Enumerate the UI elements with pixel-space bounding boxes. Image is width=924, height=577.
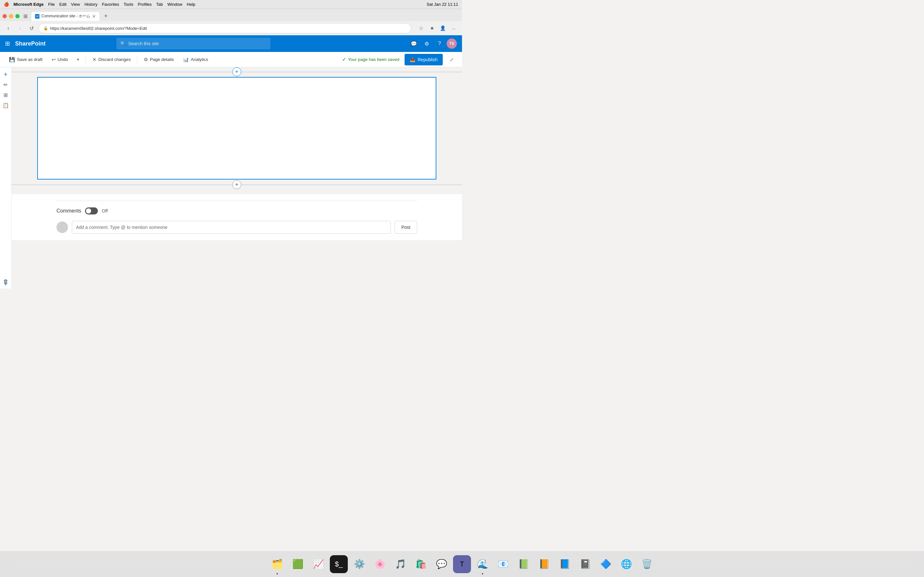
page-left-sidebar: + ✏ ⊞ 📋 🗑 + bbox=[0, 67, 11, 288]
tab-close-button[interactable]: ✕ bbox=[92, 14, 96, 19]
sharepoint-logo[interactable]: SharePoint bbox=[15, 40, 45, 47]
page-section-inner bbox=[38, 77, 436, 174]
undo-label: Undo bbox=[58, 57, 68, 62]
traffic-lights bbox=[3, 14, 19, 18]
analytics-button[interactable]: 📊 Analytics bbox=[179, 55, 212, 64]
browser-address-bar: ‹ › ↺ 🔒 https://karamem0test02.sharepoin… bbox=[0, 21, 462, 35]
search-icon: 🔍 bbox=[120, 41, 126, 46]
expand-button[interactable]: ⤢ bbox=[447, 55, 457, 65]
add-section-bottom-button[interactable]: + bbox=[232, 180, 241, 189]
tools-menu[interactable]: Tools bbox=[124, 2, 133, 7]
app-name-menu[interactable]: Microsoft Edge bbox=[13, 2, 44, 7]
save-draft-icon: 💾 bbox=[9, 57, 15, 63]
sidebar-pages-icon[interactable]: 📋 bbox=[1, 101, 10, 110]
apple-menu[interactable]: 🍎 bbox=[4, 2, 9, 7]
favorites-icon[interactable]: ☆ bbox=[417, 24, 425, 33]
discard-icon: ✕ bbox=[92, 57, 97, 63]
analytics-label: Analytics bbox=[191, 57, 208, 62]
tab-title: Communication site - ホーム bbox=[41, 13, 90, 19]
profile-icon[interactable]: 👤 bbox=[438, 24, 447, 33]
discard-label: Discard changes bbox=[99, 57, 131, 62]
toolbar-separator-2 bbox=[137, 56, 137, 63]
republish-label: Republish bbox=[418, 57, 438, 62]
saved-message: Your page has been saved bbox=[348, 57, 399, 62]
search-bar[interactable]: 🔍 Search this site bbox=[116, 38, 270, 49]
comment-placeholder: Add a comment. Type @ to mention someone bbox=[76, 225, 168, 230]
maximize-traffic-light[interactable] bbox=[15, 14, 19, 18]
discard-changes-button[interactable]: ✕ Discard changes bbox=[89, 55, 135, 64]
comments-header: Comments Off bbox=[57, 207, 417, 214]
waffle-icon[interactable]: ⊞ bbox=[5, 40, 10, 47]
edit-menu[interactable]: Edit bbox=[59, 2, 66, 7]
comments-divider bbox=[57, 201, 417, 201]
toolbar-separator-1 bbox=[86, 56, 86, 63]
minimize-traffic-light[interactable] bbox=[9, 14, 13, 18]
refresh-button[interactable]: ↺ bbox=[27, 24, 36, 33]
settings-icon[interactable]: ⚙ bbox=[421, 38, 433, 49]
comments-title: Comments bbox=[57, 208, 81, 214]
page-section-wrapper bbox=[11, 77, 462, 179]
browser-tab-bar: ⊞ SP Communication site - ホーム ✕ + bbox=[0, 9, 462, 21]
page-details-icon: ⚙ bbox=[144, 57, 148, 63]
more-options-icon[interactable]: ··· bbox=[449, 24, 458, 33]
comment-input-row: Add a comment. Type @ to mention someone… bbox=[57, 221, 417, 234]
help-menu[interactable]: Help bbox=[187, 2, 195, 7]
comments-off-label: Off bbox=[102, 208, 107, 213]
sidebar-sections-icon[interactable]: ⊞ bbox=[1, 90, 10, 99]
favorites-menu[interactable]: Favorites bbox=[102, 2, 119, 7]
sharepoint-header: ⊞ SharePoint 🔍 Search this site 💬 ⚙ ? TS bbox=[0, 35, 462, 52]
window-menu[interactable]: Window bbox=[168, 2, 182, 7]
search-placeholder: Search this site bbox=[128, 41, 159, 46]
collections-icon[interactable]: ★ bbox=[427, 24, 436, 33]
profiles-menu[interactable]: Profiles bbox=[138, 2, 152, 7]
help-icon[interactable]: ? bbox=[434, 38, 445, 49]
undo-dropdown-button[interactable]: ▾ bbox=[73, 55, 83, 64]
page-details-label: Page details bbox=[150, 57, 174, 62]
republish-icon: 📤 bbox=[410, 57, 415, 62]
close-traffic-light[interactable] bbox=[3, 14, 7, 18]
page-section[interactable] bbox=[37, 77, 436, 179]
mac-menubar: 🍎 Microsoft Edge File Edit View History … bbox=[0, 0, 462, 9]
save-draft-label: Save as draft bbox=[17, 57, 43, 62]
comments-section: Comments Off Add a comment. Type @ to me… bbox=[11, 194, 462, 240]
menubar-time: Sat Jan 22 11:11 bbox=[427, 2, 458, 7]
add-section-top-button[interactable]: + bbox=[232, 67, 241, 76]
lock-icon: 🔒 bbox=[43, 26, 48, 31]
toggle-thumb bbox=[86, 208, 91, 213]
sidebar-edit-icon[interactable]: ✏ bbox=[1, 80, 10, 89]
active-browser-tab[interactable]: SP Communication site - ホーム ✕ bbox=[31, 11, 100, 21]
history-menu[interactable]: History bbox=[84, 2, 97, 7]
save-draft-button[interactable]: 💾 Save as draft bbox=[5, 55, 47, 64]
comment-input-field[interactable]: Add a comment. Type @ to mention someone bbox=[72, 221, 391, 234]
page-toolbar: 💾 Save as draft ↩ Undo ▾ ✕ Discard chang… bbox=[0, 52, 462, 67]
sidebar-bottom-add-button[interactable]: + bbox=[1, 279, 10, 288]
check-icon: ✓ bbox=[342, 56, 346, 63]
back-button[interactable]: ‹ bbox=[4, 24, 13, 33]
tab-favicon: SP bbox=[35, 14, 39, 19]
comment-user-avatar bbox=[57, 221, 68, 233]
comment-post-button[interactable]: Post bbox=[395, 221, 417, 234]
comments-toggle[interactable] bbox=[85, 207, 98, 214]
forward-button[interactable]: › bbox=[15, 24, 24, 33]
new-tab-button[interactable]: + bbox=[102, 11, 110, 21]
url-text: https://karamem0test02.sharepoint.com/?M… bbox=[50, 26, 147, 31]
republish-button[interactable]: 📤 Republish bbox=[405, 54, 443, 65]
notifications-icon[interactable]: 💬 bbox=[408, 38, 420, 49]
main-content-area: + ✏ ⊞ 📋 🗑 + + + bbox=[0, 67, 462, 288]
apps-grid-icon[interactable]: ⊞ bbox=[23, 13, 27, 19]
page-details-button[interactable]: ⚙ Page details bbox=[140, 55, 178, 64]
sidebar-add-button[interactable]: + bbox=[1, 70, 10, 79]
undo-icon: ↩ bbox=[52, 57, 56, 63]
undo-button[interactable]: ↩ Undo bbox=[48, 55, 72, 64]
header-icons: 💬 ⚙ ? TS bbox=[408, 38, 457, 49]
analytics-icon: 📊 bbox=[183, 57, 189, 63]
view-menu[interactable]: View bbox=[71, 2, 80, 7]
user-avatar[interactable]: TS bbox=[447, 39, 457, 49]
saved-indicator: ✓ Your page has been saved bbox=[342, 56, 399, 63]
add-section-bottom[interactable]: + bbox=[11, 180, 462, 189]
address-bar-icons: ☆ ★ 👤 ··· bbox=[417, 24, 458, 33]
tab-menu[interactable]: Tab bbox=[156, 2, 163, 7]
url-bar[interactable]: 🔒 https://karamem0test02.sharepoint.com/… bbox=[39, 23, 411, 33]
add-section-top[interactable]: + bbox=[11, 67, 462, 76]
file-menu[interactable]: File bbox=[48, 2, 55, 7]
